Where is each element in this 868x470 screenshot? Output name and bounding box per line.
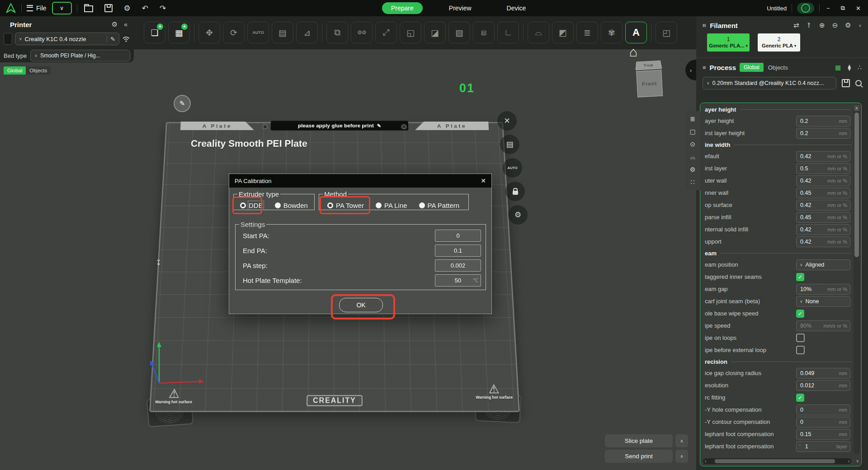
method-pa-pattern-radio[interactable]: PA Pattern xyxy=(419,202,460,209)
filament-slot-2[interactable]: 2Generic PLA▾ xyxy=(758,33,800,52)
end-pa-input[interactable]: 0.1 xyxy=(435,244,481,257)
arc-fitting-checkbox[interactable]: ✓ xyxy=(796,394,804,402)
clone-button[interactable]: ⧉ xyxy=(326,22,348,43)
close-button[interactable]: ✕ xyxy=(856,5,861,12)
close-icon[interactable]: ✕ xyxy=(481,177,486,184)
auto-orient-button[interactable]: AUTO xyxy=(247,22,269,43)
remove-filament-icon[interactable]: ⊖ xyxy=(832,21,838,29)
glue-note-bar[interactable]: please apply glue before print ✎ xyxy=(271,121,408,130)
dialog-title-bar[interactable]: PA Calibration ✕ xyxy=(229,174,491,188)
scarf-joint-seam-select[interactable]: ∨None xyxy=(796,296,850,307)
scrollbar-thumb[interactable] xyxy=(715,459,835,463)
sparse-infill-line-width-input[interactable]: 0.45mm or % xyxy=(796,212,850,223)
edit-plate-name-button[interactable]: ✎ xyxy=(174,95,191,112)
split-objects-button[interactable]: ◱ xyxy=(400,22,421,43)
file-menu[interactable]: File xyxy=(36,5,47,12)
process-tab-global[interactable]: Global xyxy=(740,63,764,72)
support-paint-button[interactable]: ⌓ xyxy=(528,22,549,43)
hot-plate-template-input[interactable]: 50℃ xyxy=(435,274,481,287)
preset-tag-icon[interactable]: ⧫ xyxy=(848,64,851,71)
restore-button[interactable]: ⧉ xyxy=(841,5,845,12)
category-quality-icon[interactable]: ≣ xyxy=(690,116,695,122)
plate-handle-icon[interactable]: ↧ xyxy=(156,258,161,267)
collapse-filament-icon[interactable]: ∨ xyxy=(859,23,862,28)
printer-settings-icon[interactable]: ⚙ xyxy=(112,20,118,28)
color-paint-button[interactable]: ✾ xyxy=(601,22,623,43)
scale-button[interactable]: ⤢ xyxy=(375,22,397,43)
send-print-button[interactable]: Send print xyxy=(605,450,673,463)
category-speed-icon[interactable]: ⊙ xyxy=(690,141,695,148)
xy-contour-compensation-input[interactable]: 0mm xyxy=(796,417,850,428)
tab-prepare[interactable]: Prepare xyxy=(382,2,423,14)
settings-icon[interactable]: ⚙ xyxy=(124,4,131,13)
crack-model-button[interactable]: ◩ xyxy=(552,22,574,43)
pa-step-input[interactable]: 0.002 xyxy=(435,259,481,272)
add-filament-icon[interactable]: ⊕ xyxy=(819,21,825,29)
category-strength-icon[interactable]: ▢ xyxy=(689,128,695,135)
edit-printer-icon[interactable]: ✎ xyxy=(107,36,115,42)
menu-icon[interactable] xyxy=(27,5,33,11)
slice-plate-button[interactable]: Slice plate xyxy=(605,434,673,447)
parameter-table-icon[interactable]: ▦ xyxy=(835,64,841,71)
vertical-scrollbar[interactable]: ∧ xyxy=(854,105,860,454)
first-layer-line-width-input[interactable]: 0.5mm or % xyxy=(796,163,850,174)
elephant-foot-layers-input[interactable]: ⌃1layer xyxy=(796,441,850,452)
filament-settings-icon[interactable]: ⚙ xyxy=(845,21,851,29)
lock-plate-button[interactable] xyxy=(505,182,525,201)
slice-gap-closing-radius-input[interactable]: 0.049mm xyxy=(796,368,850,379)
measure-button[interactable]: ∟ xyxy=(497,22,519,43)
tab-objects[interactable]: Objects xyxy=(26,66,51,75)
plugin-button[interactable]: ◰ xyxy=(656,22,677,43)
ok-button[interactable]: OK xyxy=(339,298,383,312)
plate-settings-list-button[interactable]: ▤ xyxy=(500,135,519,154)
arrange-button[interactable]: ▤ xyxy=(272,22,293,43)
scroll-up-arrow[interactable]: ∧ xyxy=(854,105,859,111)
tab-device[interactable]: Device xyxy=(498,2,535,14)
save-preset-icon[interactable] xyxy=(842,79,850,87)
elephant-foot-compensation-input[interactable]: 0.15mm xyxy=(796,429,850,440)
resolution-input[interactable]: 0.012mm xyxy=(796,380,850,391)
plate-gear-button[interactable]: ⚙ xyxy=(508,205,528,225)
default-line-width-input[interactable]: 0.42mm or % xyxy=(796,151,850,162)
lay-flat-button[interactable]: ⊿ xyxy=(296,22,318,43)
collapse-panel-icon[interactable]: « xyxy=(124,21,127,28)
sync-filament-icon[interactable]: ⇄ xyxy=(793,21,799,29)
seam-gap-input[interactable]: 10%mm or % xyxy=(796,284,850,295)
seam-position-select[interactable]: ∨Aligned xyxy=(796,259,850,270)
delete-plate-button[interactable]: ✕ xyxy=(497,111,517,131)
wifi-icon[interactable] xyxy=(122,36,130,42)
scrollbar-thumb[interactable] xyxy=(854,113,859,257)
wipe-before-external-loop-checkbox[interactable] xyxy=(796,346,805,354)
minimize-button[interactable]: − xyxy=(826,5,830,12)
first-layer-height-input[interactable]: 0.2mm xyxy=(796,128,850,139)
file-dropdown-button[interactable]: ∨ xyxy=(52,2,72,14)
category-support-icon[interactable]: ⌓ xyxy=(690,154,695,160)
move-button[interactable]: ✥ xyxy=(198,22,220,43)
tab-global[interactable]: Global xyxy=(4,66,26,75)
send-options-button[interactable]: ∧ xyxy=(675,450,688,463)
staggered-inner-seams-checkbox[interactable]: ✓ xyxy=(796,273,804,281)
scroll-down-arrow[interactable]: ∨ xyxy=(856,459,859,463)
simplify-button[interactable]: ≣ xyxy=(576,22,598,43)
add-model-button[interactable]: ❏+ xyxy=(144,22,165,43)
filament-slot-1[interactable]: 1Generic PLA...▾ xyxy=(707,33,750,52)
method-pa-line-radio[interactable]: PA Line xyxy=(376,202,407,209)
bed-type-select[interactable]: ∨ Smooth PEI Plate / Hig... xyxy=(30,50,130,61)
open-file-icon[interactable] xyxy=(84,5,93,12)
outer-wall-line-width-input[interactable]: 0.42mm or % xyxy=(796,175,850,186)
inner-wall-line-width-input[interactable]: 0.45mm or % xyxy=(796,188,850,198)
undo-icon[interactable]: ↶ xyxy=(142,4,148,13)
redo-icon[interactable]: ↷ xyxy=(160,4,166,13)
rotate-button[interactable]: ⟳ xyxy=(223,22,245,43)
add-plate-button[interactable]: ▦+ xyxy=(168,22,190,43)
support-line-width-input[interactable]: 0.42mm or % xyxy=(796,236,850,247)
save-icon[interactable] xyxy=(104,4,113,12)
view-cube-front-face[interactable]: Front xyxy=(636,70,663,98)
scroll-right-arrow[interactable]: › xyxy=(848,459,849,464)
flush-volumes-icon[interactable]: ⊸ xyxy=(805,23,813,28)
wipe-on-loops-checkbox[interactable] xyxy=(796,334,805,342)
printer-select[interactable]: ∨ Creality K1C 0.4 nozzle ✎ xyxy=(15,33,119,45)
tab-preview[interactable]: Preview xyxy=(440,2,481,14)
process-preset-select[interactable]: ∨ 0.20mm Standard @Creality K1C 0.4 nozz… xyxy=(703,77,836,89)
panel-collapse-handle[interactable]: › xyxy=(685,60,696,80)
